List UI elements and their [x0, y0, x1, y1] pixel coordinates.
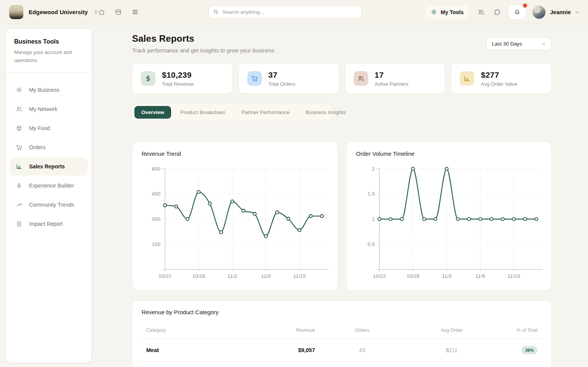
sidebar-item-label: Impact Report [29, 221, 63, 227]
search-input[interactable] [222, 9, 358, 15]
stat-value: $277 [481, 70, 517, 80]
storefront-icon[interactable] [113, 7, 123, 17]
search-icon [213, 9, 219, 15]
sidebar: Business Tools Manage your account and o… [5, 29, 92, 363]
sidebar-item-label: My Business [29, 87, 59, 93]
date-range-select[interactable]: Last 30 Days [487, 37, 551, 50]
page-subtitle: Track performance and get insights to gr… [132, 47, 274, 54]
stat-total-revenue: $10,239 Total Revenue [132, 63, 233, 94]
svg-text:11/9: 11/9 [475, 273, 485, 279]
svg-text:11/9: 11/9 [261, 273, 271, 279]
users-icon [354, 71, 368, 86]
tab-product-breakdown[interactable]: Product Breakdown [173, 106, 232, 119]
my-tools-button[interactable]: My Tools [425, 5, 469, 19]
chat-icon[interactable] [493, 8, 501, 16]
revenue-trend-chart: 15030045060010/2210/2811/311/911/15 [132, 161, 338, 287]
sidebar-title: Business Tools [14, 38, 83, 45]
svg-text:10/28: 10/28 [407, 273, 420, 279]
svg-text:600: 600 [152, 166, 160, 172]
notifications-button[interactable] [508, 5, 526, 20]
sidebar-item-experience-builder[interactable]: Experience Builder [10, 177, 88, 195]
order-volume-card: Order Volume Timeline 0.511.5210/2210/28… [346, 142, 552, 291]
table-row: Meat $9,057 43 $211 28% [142, 339, 542, 362]
map-icon[interactable] [130, 7, 140, 17]
home-icon[interactable] [96, 7, 106, 17]
global-search [209, 5, 362, 18]
bar-chart-icon [460, 71, 474, 86]
dollar-icon [141, 71, 155, 86]
trend-up-icon [16, 201, 23, 208]
stat-label: Avg Order Value [481, 81, 517, 87]
svg-text:450: 450 [152, 191, 160, 197]
revenue-by-category-card: Revenue by Product Category Category Rev… [132, 300, 552, 367]
cell-orders: 43 [315, 347, 409, 353]
sidebar-item-impact-report[interactable]: Impact Report [10, 215, 88, 233]
org-logo [9, 5, 23, 19]
users-icon[interactable] [477, 8, 485, 16]
bell-icon [514, 9, 521, 16]
users-icon [16, 106, 23, 113]
pct-badge: 28% [521, 346, 537, 354]
stat-value: 17 [375, 70, 408, 80]
sidebar-item-community-trends[interactable]: Community Trends [10, 196, 88, 214]
svg-text:11/3: 11/3 [442, 273, 451, 279]
stat-total-orders: 37 Total Orders [238, 63, 339, 94]
svg-text:11/3: 11/3 [227, 273, 237, 279]
sidebar-item-my-business[interactable]: My Business [10, 81, 88, 99]
app-root: Edgewood University [0, 0, 588, 367]
svg-text:1: 1 [372, 216, 375, 222]
col-pct-total: % of Total [494, 328, 537, 333]
sidebar-item-label: My Network [29, 106, 57, 112]
stat-label: Total Orders [268, 81, 296, 87]
stat-avg-order-value: $277 Avg Order Value [451, 63, 552, 94]
chevron-down-icon [541, 41, 546, 46]
svg-text:300: 300 [152, 216, 160, 222]
stat-active-partners: 17 Active Partners [345, 63, 446, 94]
sidebar-item-sales-reports[interactable]: Sales Reports [10, 158, 88, 176]
package-icon [16, 125, 23, 132]
sidebar-item-my-food[interactable]: My Food [10, 119, 88, 137]
org-switcher[interactable]: Edgewood University [9, 0, 99, 24]
revenue-trend-card: Revenue Trend 15030045060010/2210/2811/3… [132, 142, 338, 291]
sidebar-item-orders[interactable]: Orders [10, 139, 88, 157]
cell-avg-order: $211 [409, 347, 494, 353]
notification-badge [523, 3, 527, 8]
org-name: Edgewood University [29, 9, 88, 15]
topbar-right: My Tools Jeannie [425, 0, 580, 24]
svg-text:11/15: 11/15 [293, 273, 306, 279]
document-icon [16, 220, 23, 227]
table-title: Revenue by Product Category [142, 301, 542, 315]
col-category: Category [146, 328, 243, 333]
col-avg-order: Avg Order [409, 328, 494, 333]
sidebar-header: Business Tools Manage your account and o… [6, 29, 91, 73]
cell-revenue: $9,057 [243, 347, 315, 353]
gear-icon [16, 86, 23, 93]
svg-text:11/15: 11/15 [508, 273, 520, 279]
page-title: Sales Reports [132, 33, 194, 44]
avatar[interactable] [532, 6, 546, 19]
tab-overview[interactable]: Overview [134, 106, 171, 119]
order-volume-chart: 0.511.5210/2210/2811/311/911/15 [347, 161, 552, 287]
chevron-down-icon[interactable] [574, 10, 580, 15]
svg-text:1.5: 1.5 [368, 191, 375, 197]
cart-icon [247, 71, 262, 86]
tab-business-insights[interactable]: Business Insights [299, 106, 353, 119]
lightning-icon [16, 182, 23, 189]
sidebar-item-my-network[interactable]: My Network [10, 100, 88, 118]
col-revenue: Revenue [243, 328, 315, 333]
bar-chart-icon [16, 163, 23, 170]
sidebar-item-label: Experience Builder [29, 183, 74, 189]
sidebar-item-label: Orders [29, 144, 46, 150]
sidebar-subtitle: Manage your account and operations [14, 49, 83, 65]
chart-title: Order Volume Timeline [356, 150, 415, 157]
stat-label: Active Partners [375, 81, 408, 87]
stat-value: 37 [268, 70, 296, 80]
sidebar-item-label: Sales Reports [29, 163, 65, 170]
svg-text:10/22: 10/22 [158, 273, 172, 279]
sidebar-item-label: Community Trends [29, 202, 74, 208]
tab-partner-performance[interactable]: Partner Performance [235, 106, 296, 119]
gear-icon [431, 9, 437, 15]
user-name: Jeannie [550, 9, 571, 15]
table-header: Category Revenue Orders Avg Order % of T… [142, 328, 542, 339]
stat-label: Total Revenue [162, 81, 194, 87]
